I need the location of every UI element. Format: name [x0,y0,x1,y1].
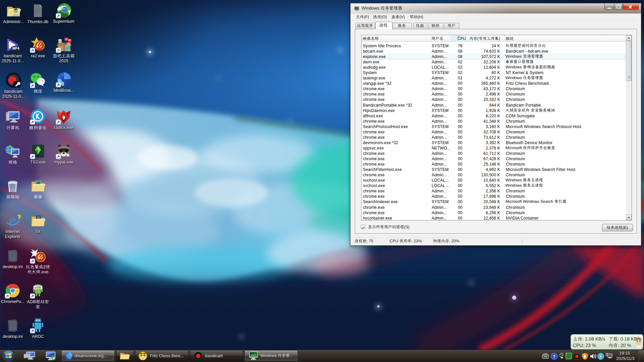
svg-text:USB: USB [35,286,41,289]
svg-text:?: ? [553,354,555,359]
svg-text:e: e [9,213,16,229]
svg-text:MP4: MP4 [12,47,19,50]
svg-text:JPG: JPG [58,40,62,43]
